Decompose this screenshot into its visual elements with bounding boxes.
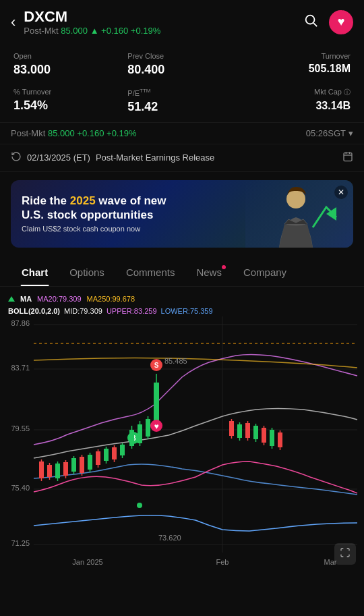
banner-title: Ride the 2025 wave of newU.S. stock oppo… [22,194,342,222]
info-icon: ⓘ [344,88,351,96]
ma20-value: MA20:79.309 [37,295,81,303]
ticker-symbol: DXCM [24,8,160,26]
fullscreen-button[interactable] [334,543,356,565]
ma250-value: MA250:99.678 [87,295,135,303]
svg-text:79.55: 79.55 [11,424,30,432]
tab-options[interactable]: Options [59,258,115,286]
stat-pe: P/ETTM 51.42 [125,82,239,119]
stat-prev-close: Prev Close 80.400 [125,47,239,82]
stat-prev-close-value: 80.400 [127,63,236,77]
earnings-event: Post-Market Earnings Release [96,152,214,163]
stat-pct-turnover: % Turnover 1.54% [11,82,125,119]
postmkt-label: Post-Mkt [24,26,61,36]
heart-icon: ♥ [338,15,345,29]
banner-close-button[interactable]: ✕ [334,186,348,199]
chart-area: MA MA20:79.309 MA250:99.678 BOLL(20.0,2.… [0,287,364,573]
stats-grid: Open 83.000 Prev Close 80.400 Turnover 5… [0,41,364,123]
postmkt-bar-price: 85.000 [48,128,75,138]
header: ‹ DXCM Post-Mkt 85.000 ▲ +0.160 +0.19% ♥ [0,0,364,41]
price-chart[interactable]: 87.86 83.71 79.55 75.40 71.25 [0,316,364,573]
postmkt-bar-change: +0.160 [77,128,104,138]
timezone-chevron-icon: ▾ [348,128,353,138]
postmkt-bar-label: Post-Mkt [11,128,48,138]
back-button[interactable]: ‹ [11,13,16,31]
refresh-icon[interactable] [11,151,22,165]
banner-content: Ride the 2025 wave of newU.S. stock oppo… [11,186,353,241]
boll-lower: LOWER:75.359 [161,307,213,315]
news-notification-dot [222,265,226,269]
svg-text:Feb: Feb [216,558,229,566]
banner-subtitle: Claim US$2 stock cash coupon now [22,225,342,233]
svg-text:73.620: 73.620 [158,534,181,542]
svg-text:Jan 2025: Jan 2025 [72,558,102,566]
stat-pe-label: P/ETTM [127,88,236,97]
stat-turnover: Turnover 505.18M [239,47,353,82]
svg-text:♥: ♥ [154,422,158,431]
stat-open-label: Open [13,52,122,60]
stat-open-value: 83.000 [13,63,122,77]
stat-pct-turnover-label: % Turnover [13,88,122,96]
watchlist-heart-button[interactable]: ♥ [329,10,353,34]
header-right: ♥ [303,10,353,34]
postmkt-price: 85.000 [61,26,88,36]
stat-turnover-label: Turnover [242,52,351,60]
svg-text:85.485: 85.485 [164,357,187,365]
stat-pct-turnover-value: 1.54% [13,99,122,113]
tab-company[interactable]: Company [233,258,297,286]
svg-text:83.71: 83.71 [11,364,30,372]
time-zone-selector[interactable]: 05:26SGT ▾ [306,128,353,138]
calendar-icon[interactable] [342,151,353,165]
earnings-date: 02/13/2025 (ET) [27,152,90,163]
earnings-row: 02/13/2025 (ET) Post-Market Earnings Rel… [0,144,364,172]
postmkt-info: Post-Mkt 85.000 +0.160 +0.19% [11,128,137,138]
postmkt-bar-pct: +0.19% [107,128,136,138]
stat-prev-close-label: Prev Close [127,52,236,60]
boll-mid: MID:79.309 [64,307,102,315]
svg-text:71.25: 71.25 [11,539,30,547]
tab-comments[interactable]: Comments [115,258,186,286]
svg-text:S: S [154,362,159,369]
promotion-banner[interactable]: Ride the 2025 wave of newU.S. stock oppo… [11,180,353,248]
boll-upper: UPPER:83.259 [107,307,157,315]
svg-point-0 [306,15,315,24]
postmkt-bar: Post-Mkt 85.000 +0.160 +0.19% 05:26SGT ▾ [0,123,364,144]
svg-text:87.86: 87.86 [11,319,30,327]
tabs-navigation: Chart Options Comments News Company [0,256,364,287]
search-icon[interactable] [303,13,318,32]
svg-point-71 [137,503,142,508]
stat-mkt-cap-value: 33.14B [242,100,351,112]
svg-text:75.40: 75.40 [11,484,30,492]
svg-line-1 [313,23,317,26]
ma-expand-icon[interactable] [8,296,15,302]
postmkt-change: +0.160 [101,26,128,36]
header-left: ‹ DXCM Post-Mkt 85.000 ▲ +0.160 +0.19% [11,8,160,36]
stat-open: Open 83.000 [11,47,125,82]
postmkt-pct: +0.19% [131,26,160,36]
tab-news[interactable]: News [185,258,233,286]
svg-rect-8 [0,316,364,573]
tab-chart[interactable]: Chart [11,258,59,286]
boll-label: BOLL(20.0,2.0) [8,307,60,315]
stat-mkt-cap: Mkt Cap ⓘ 33.14B [239,82,353,119]
stat-turnover-value: 505.18M [242,63,351,75]
ticker-subtitle: Post-Mkt 85.000 ▲ +0.160 +0.19% [24,26,160,36]
ma-indicator-row: MA MA20:79.309 MA250:99.678 [0,292,364,306]
ticker-info: DXCM Post-Mkt 85.000 ▲ +0.160 +0.19% [24,8,160,36]
ma-label: MA [20,295,32,303]
stat-pe-value: 51.42 [127,100,236,114]
postmkt-arrow: ▲ [90,26,101,36]
boll-indicator-row: BOLL(20.0,2.0) MID:79.309 UPPER:83.259 L… [0,306,364,316]
fullscreen-icon [340,547,351,560]
stat-mkt-cap-label: Mkt Cap ⓘ [242,88,351,97]
time-display: 05:26SGT [306,128,346,138]
